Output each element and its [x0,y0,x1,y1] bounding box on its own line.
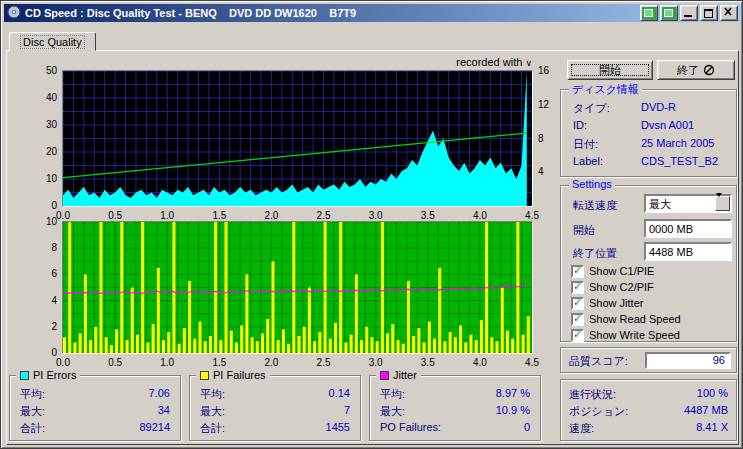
stat-value: 34 [158,404,170,416]
checkbox-box[interactable]: ✓ [571,297,584,310]
checkbox-box[interactable]: ✓ [571,329,584,342]
jitter-swatch [380,371,389,380]
axis-tick: 2.0 [259,357,283,369]
transfer-rate-select[interactable]: 最大 [644,194,732,213]
axis-tick: 12 [538,99,556,111]
status-box: 進行状況:100 % ポジション:4487 MB 速度:8.41 X [560,379,737,441]
stat-label: 平均: [200,388,225,400]
minimize-button[interactable] [680,5,698,21]
disc-type-label: タイプ: [573,101,610,116]
app-window: CD Speed : Disc Quality Test - BENQ DVD … [0,0,743,449]
end-position-input[interactable] [644,242,732,261]
disc-id-label: ID: [573,119,587,131]
window-copy-icon [644,9,653,17]
stat-value: 89214 [139,421,170,433]
checkbox-box[interactable]: ✓ [571,313,584,326]
tab-label: Disc Quality [21,36,84,48]
pi-failures-jitter-chart [62,221,533,354]
checkbox-box[interactable]: ✓ [571,281,584,294]
exit-button[interactable]: 終了 [657,60,735,80]
position-value: 4487 MB [684,404,728,416]
checkbox-label: Show Jitter [589,297,643,309]
axis-tick: 10 [37,216,57,228]
tab-disc-quality[interactable]: Disc Quality [9,32,96,51]
jitter-legend: Jitter [376,369,421,381]
close-button[interactable] [720,5,738,21]
axis-tick: 0.5 [103,210,127,222]
legend-label: Jitter [393,369,417,381]
axis-tick: 0.5 [103,357,127,369]
axis-tick: 50 [31,65,57,77]
axis-tick: 2 [37,321,57,333]
position-label: ポジション: [569,405,628,417]
chevron-down-icon[interactable]: ∨ [525,58,532,68]
cd-app-icon [7,5,21,21]
checkbox-show-c1-pie[interactable]: ✓ Show C1/PIE [571,264,654,278]
start-button[interactable]: 開始 [567,60,653,80]
titlebar-tool-button-1[interactable] [640,5,658,21]
axis-tick: 8 [37,242,57,254]
transfer-rate-value: 最大 [649,197,671,212]
transfer-rate-label: 転送速度 [573,198,617,213]
start-position-input[interactable] [644,219,732,238]
cancel-icon [703,64,715,76]
quality-score-label: 品質スコア: [569,354,628,369]
axis-tick: 4.5 [520,357,544,369]
stat-value: 7.06 [149,387,170,399]
jitter-stats-box: Jitter 平均:8.97 % 最大:10.9 % PO Failures:0 [369,375,541,441]
titlebar[interactable]: CD Speed : Disc Quality Test - BENQ DVD … [4,4,741,22]
checkbox-label: Show Read Speed [589,313,681,325]
pi-errors-chart [62,70,533,207]
exit-button-label: 終了 [677,63,699,78]
checkbox-box[interactable]: ✓ [571,265,584,278]
legend-label: PI Failures [213,369,266,381]
axis-tick: 2.5 [312,357,336,369]
axis-tick: 1.0 [155,210,179,222]
speed-value: 8.41 X [696,421,728,433]
axis-tick: 20 [31,146,57,158]
disc-date-label: 日付: [573,137,598,152]
legend-label: PI Errors [33,369,76,381]
checkbox-show-c2-pif[interactable]: ✓ Show C2/PIF [571,280,654,294]
titlebar-tool-button-2[interactable] [660,5,678,21]
axis-tick: 1.5 [207,357,231,369]
axis-tick: 10 [31,173,57,185]
stat-label: 最大: [200,405,225,417]
axis-tick: 16 [538,65,556,77]
stat-value: 7 [344,404,350,416]
axis-tick: 4.5 [520,210,544,222]
pi-errors-stats-box: PI Errors 平均:7.06 最大:34 合計:89214 [9,375,181,441]
disc-info-group: ディスク情報 タイプ:DVD-R ID:Dvsn A001 日付:25 Marc… [560,89,737,177]
settings-group: Settings 転送速度 最大 開始 終了位置 ✓ Show C1/PIE ✓… [560,185,737,342]
axis-tick: 4 [37,295,57,307]
checkbox-show-write-speed[interactable]: ✓ Show Write Speed [571,328,680,342]
axis-tick: 2.5 [312,210,336,222]
axis-tick: 3.5 [416,357,440,369]
end-position-label: 終了位置 [573,246,617,261]
stat-label: 最大: [20,405,45,417]
checkbox-label: Show Write Speed [589,329,680,341]
disc-type-value: DVD-R [641,101,676,113]
check-icon: ✓ [573,328,582,341]
axis-tick: 3.0 [364,357,388,369]
pi-errors-legend: PI Errors [16,369,80,381]
axis-tick: 30 [31,119,57,131]
axis-tick: 8 [538,133,556,145]
stat-label: 最大: [380,405,405,417]
pi-failures-legend: PI Failures [196,369,270,381]
maximize-button[interactable] [700,5,718,21]
stat-value: 10.9 % [496,404,530,416]
axis-tick: 6 [37,268,57,280]
stat-label: 合計: [20,422,45,434]
axis-tick: 1.5 [207,210,231,222]
check-icon: ✓ [573,280,582,293]
settings-title: Settings [569,178,615,190]
close-icon [721,6,735,18]
dropdown-arrow-icon [716,193,722,212]
checkbox-show-jitter[interactable]: ✓ Show Jitter [571,296,643,310]
check-icon: ✓ [573,264,582,277]
stat-value: 8.97 % [496,387,530,399]
dropdown-button[interactable] [715,196,730,211]
axis-tick: 4.0 [468,210,492,222]
checkbox-show-read-speed[interactable]: ✓ Show Read Speed [571,312,681,326]
